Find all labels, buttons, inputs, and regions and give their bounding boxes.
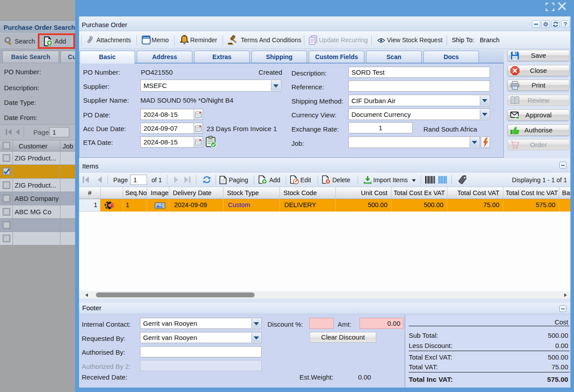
- svg-text:$: $: [111, 202, 115, 209]
